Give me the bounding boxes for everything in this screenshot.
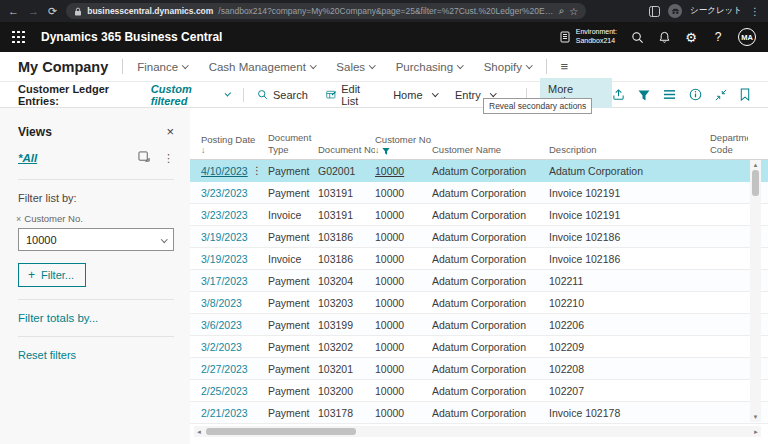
nav-menu-item[interactable]: Purchasing bbox=[396, 61, 463, 73]
search-icon[interactable] bbox=[630, 30, 644, 44]
col-posting-date[interactable]: Posting Date ↓ bbox=[201, 134, 268, 157]
filter-icon[interactable] bbox=[638, 89, 650, 101]
table-row[interactable]: 3/6/2023 ⋮ Payment 103199 10000 Adatum C… bbox=[190, 314, 768, 336]
app-title[interactable]: Dynamics 365 Business Central bbox=[41, 30, 222, 44]
table-row[interactable]: 2/27/2023 ⋮ Payment 103201 10000 Adatum … bbox=[190, 358, 768, 380]
company-name[interactable]: My Company bbox=[18, 59, 108, 75]
posting-date-link[interactable]: 3/17/2023 bbox=[201, 275, 248, 287]
app-launcher-icon[interactable] bbox=[12, 31, 25, 44]
home-menu-button[interactable]: Home bbox=[393, 89, 437, 101]
bookmark-star-icon[interactable]: ☆ bbox=[569, 6, 578, 17]
page-title[interactable]: Customer Ledger Entries: bbox=[18, 83, 137, 107]
posting-date-link[interactable]: 3/6/2023 bbox=[201, 319, 242, 331]
search-button[interactable]: Search bbox=[257, 89, 308, 101]
table-row[interactable]: 4/10/2023 ⋮ Payment G02001 10000 Adatum … bbox=[190, 160, 768, 182]
scroll-left-icon[interactable]: ◄ bbox=[194, 429, 204, 435]
close-icon[interactable]: × bbox=[166, 124, 174, 139]
posting-date-link[interactable]: 3/2/2023 bbox=[201, 341, 242, 353]
scroll-down-icon[interactable]: ▼ bbox=[753, 412, 759, 422]
scroll-up-icon[interactable]: ▲ bbox=[753, 160, 759, 170]
help-icon[interactable]: ? bbox=[711, 30, 725, 44]
posting-date-link[interactable]: 3/19/2023 bbox=[201, 231, 248, 243]
view-all-link[interactable]: *All bbox=[18, 152, 37, 164]
save-view-icon[interactable] bbox=[138, 149, 151, 167]
notifications-bell-icon[interactable] bbox=[657, 30, 671, 44]
collapse-icon[interactable] bbox=[715, 89, 727, 101]
table-row[interactable]: 3/23/2023 ⋮ Payment 103191 10000 Adatum … bbox=[190, 182, 768, 204]
environment-switcher[interactable]: Environment: Sandbox214 bbox=[558, 28, 617, 46]
col-document-type[interactable]: DocumentType bbox=[268, 132, 318, 156]
table-row[interactable]: 2/21/2023 ⋮ Payment 103178 10000 Adatum … bbox=[190, 402, 768, 424]
row-menu-icon[interactable]: ⋮ bbox=[252, 165, 262, 176]
customer-name-cell: Adatum Corporation bbox=[432, 407, 549, 419]
browser-forward-button[interactable]: → bbox=[28, 6, 39, 17]
table-row[interactable]: 3/17/2023 ⋮ Payment 103204 10000 Adatum … bbox=[190, 270, 768, 292]
vertical-scroll-thumb[interactable] bbox=[752, 170, 759, 196]
nav-menu-item[interactable]: Finance bbox=[137, 61, 187, 73]
customer-name-cell: Adatum Corporation bbox=[432, 341, 549, 353]
posting-date-link[interactable]: 3/23/2023 bbox=[201, 209, 248, 221]
scroll-right-icon[interactable]: ► bbox=[751, 429, 761, 435]
posting-date-link[interactable]: 3/23/2023 bbox=[201, 187, 248, 199]
table-row[interactable]: 3/19/2023 ⋮ Payment 103186 10000 Adatum … bbox=[190, 226, 768, 248]
col-description[interactable]: Description bbox=[549, 144, 710, 156]
horizontal-scroll-thumb[interactable] bbox=[206, 428, 356, 435]
nav-menu-item[interactable]: Cash Management bbox=[209, 61, 316, 73]
col-department-code[interactable]: DepartmeCode bbox=[710, 132, 748, 156]
customer-no-combobox[interactable] bbox=[18, 228, 174, 251]
header-actions: Environment: Sandbox214 ⚙ ? MA bbox=[558, 28, 756, 46]
table-row[interactable]: 3/23/2023 ⋮ Invoice 103191 10000 Adatum … bbox=[190, 204, 768, 226]
table-row[interactable]: 3/19/2023 ⋮ Invoice 103186 10000 Adatum … bbox=[190, 248, 768, 270]
address-bar[interactable]: businesscentral.dynamics.com/sandbox214?… bbox=[66, 3, 586, 19]
horizontal-scrollbar[interactable]: ◄ ► bbox=[194, 426, 761, 437]
info-icon[interactable] bbox=[689, 88, 702, 101]
customer-no-cell: 10000 bbox=[375, 363, 432, 375]
settings-gear-icon[interactable]: ⚙ bbox=[684, 30, 698, 44]
customer-no-cell: 10000 bbox=[375, 231, 432, 243]
col-document-no[interactable]: Document No. bbox=[318, 144, 375, 156]
col-customer-no[interactable]: Customer No. ↓ bbox=[375, 134, 432, 157]
environment-label: Environment: bbox=[576, 28, 617, 35]
document-type-cell: Invoice bbox=[268, 209, 318, 221]
posting-date-link[interactable]: 3/8/2023 bbox=[201, 297, 242, 309]
remove-filter-icon[interactable]: × bbox=[16, 214, 21, 224]
posting-date-link[interactable]: 2/27/2023 bbox=[201, 363, 248, 375]
environment-text: Environment: Sandbox214 bbox=[576, 28, 617, 46]
incognito-icon bbox=[668, 4, 682, 18]
table-row[interactable]: 3/8/2023 ⋮ Payment 103203 10000 Adatum C… bbox=[190, 292, 768, 314]
browser-refresh-button[interactable]: ⟳ bbox=[48, 6, 57, 17]
vertical-scrollbar[interactable]: ▲ ▼ bbox=[750, 160, 761, 422]
nav-menu-item-label: Sales bbox=[336, 61, 365, 73]
page-zoom-icon[interactable]: ⌕ bbox=[559, 5, 565, 17]
table-row[interactable]: 2/25/2023 ⋮ Payment 103200 10000 Adatum … bbox=[190, 380, 768, 402]
list-layout-icon[interactable] bbox=[663, 89, 676, 100]
customer-no-input[interactable] bbox=[26, 234, 157, 246]
posting-date-link[interactable]: 2/25/2023 bbox=[201, 385, 248, 397]
nav-menu-item[interactable]: Sales bbox=[336, 61, 374, 73]
view-selector[interactable]: Custom filtered bbox=[151, 83, 230, 107]
add-filter-button[interactable]: + Filter... bbox=[18, 263, 86, 287]
table-row[interactable]: 3/2/2023 ⋮ Payment 103202 10000 Adatum C… bbox=[190, 336, 768, 358]
customer-name-cell: Adatum Corporation bbox=[432, 319, 549, 331]
side-panel-icon[interactable] bbox=[649, 6, 660, 17]
posting-date-link[interactable]: 2/21/2023 bbox=[201, 407, 248, 419]
screen: ← → ⟳ businesscentral.dynamics.com/sandb… bbox=[0, 0, 768, 444]
view-options-dots-icon[interactable]: ⋮ bbox=[163, 152, 174, 165]
filter-totals-link[interactable]: Filter totals by... bbox=[18, 312, 174, 324]
nav-more-icon[interactable]: ≡ bbox=[561, 59, 569, 74]
posting-date-link[interactable]: 3/19/2023 bbox=[201, 253, 248, 265]
document-type-cell: Payment bbox=[268, 187, 318, 199]
reset-filters-link[interactable]: Reset filters bbox=[18, 349, 174, 361]
browser-back-button[interactable]: ← bbox=[8, 6, 19, 17]
chevron-down-icon bbox=[432, 90, 438, 96]
browser-menu-icon[interactable]: ⋮ bbox=[750, 6, 760, 17]
bookmark-icon[interactable] bbox=[740, 88, 750, 101]
customer-name-cell: Adatum Corporation bbox=[432, 385, 549, 397]
chevron-down-icon[interactable] bbox=[161, 236, 167, 242]
share-icon[interactable] bbox=[612, 88, 625, 101]
user-avatar[interactable]: MA bbox=[738, 28, 756, 46]
col-customer-name[interactable]: Customer Name bbox=[432, 144, 549, 156]
posting-date-link[interactable]: 4/10/2023 bbox=[201, 165, 248, 177]
edit-list-button[interactable]: Edit List bbox=[326, 83, 375, 107]
nav-menu-item[interactable]: Shopify bbox=[484, 61, 532, 73]
